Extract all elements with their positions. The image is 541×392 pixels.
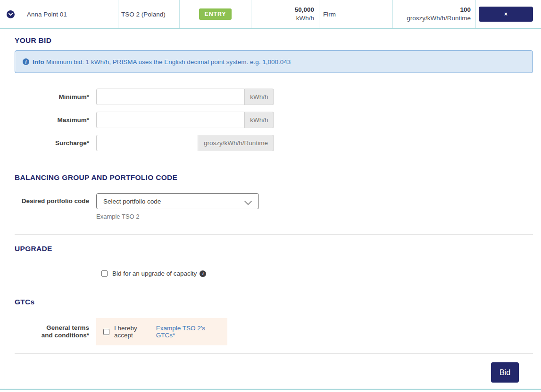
surcharge-unit-addon: groszy/kWh/h/Runtime [198, 135, 274, 151]
gtc-accept-text: I hereby accept [114, 325, 154, 339]
upgrade-heading: UPGRADE [15, 235, 533, 253]
maximum-unit-addon: kWh/h [244, 112, 274, 128]
row-toggle-cell[interactable] [0, 0, 21, 28]
gtc-accept-box: I hereby accept Example TSO 2's GTCs* [96, 318, 227, 345]
maximum-input[interactable] [96, 112, 244, 128]
price-cell: 100 groszy/kWh/h/Runtime [392, 0, 475, 28]
price-value: 100 [407, 6, 471, 14]
minimum-row: Minimum* kWh/h [15, 89, 533, 105]
gtc-label: General terms and conditions* [15, 324, 89, 339]
portfolio-select[interactable]: Select portfolio code [96, 193, 259, 209]
network-point-name: Anna Point 01 [21, 0, 118, 28]
gtc-row: General terms and conditions* I hereby a… [15, 318, 533, 345]
bid-detail-panel: YOUR BID Info Minimum bid: 1 kWh/h, PRIS… [5, 29, 541, 392]
portfolio-row: Desired portfolio code Select portfolio … [15, 193, 533, 209]
x-icon: × [504, 11, 508, 17]
capacity-cell: 50,000 kWh/h [251, 0, 319, 28]
minimum-unit-addon: kWh/h [244, 89, 274, 105]
tso-name: TSO 2 (Poland) [118, 0, 179, 28]
portfolio-label: Desired portfolio code [15, 197, 89, 205]
chevron-down-circle-icon[interactable] [7, 10, 15, 18]
portfolio-select-value: Select portfolio code [103, 198, 161, 205]
info-label: Info [33, 58, 44, 65]
section-divider [15, 353, 533, 354]
info-banner: Info Minimum bid: 1 kWh/h, PRISMA uses t… [15, 50, 533, 73]
info-text: Minimum bid: 1 kWh/h, PRISMA uses the En… [46, 58, 291, 65]
gtc-checkbox[interactable] [103, 329, 109, 335]
direction-cell: ENTRY [179, 0, 251, 28]
bid-summary-row: Anna Point 01 TSO 2 (Poland) ENTRY 50,00… [0, 0, 541, 29]
upgrade-checkbox-label: Bid for an upgrade of capacity [112, 270, 197, 277]
close-cell: × [475, 0, 541, 28]
entry-badge: ENTRY [199, 8, 232, 20]
info-icon[interactable] [200, 270, 206, 277]
your-bid-heading: YOUR BID [15, 29, 533, 45]
surcharge-label: Surcharge* [15, 139, 89, 147]
upgrade-checkbox-row: Bid for an upgrade of capacity [101, 270, 533, 277]
gtcs-heading: GTCs [15, 277, 533, 306]
minimum-label: Minimum* [15, 93, 89, 101]
price-unit: groszy/kWh/h/Runtime [407, 14, 471, 23]
surcharge-row: Surcharge* groszy/kWh/h/Runtime [15, 135, 533, 151]
gtc-link[interactable]: Example TSO 2's GTCs* [156, 325, 220, 339]
minimum-input[interactable] [96, 89, 244, 105]
bottom-accent-bar [0, 389, 541, 390]
maximum-row: Maximum* kWh/h [15, 112, 533, 128]
capacity-unit: kWh/h [295, 14, 314, 23]
upgrade-checkbox[interactable] [101, 270, 108, 277]
portfolio-heading: BALANCING GROUP AND PORTFOLIO CODE [15, 160, 533, 182]
footer-actions: Bid [15, 362, 533, 383]
surcharge-input[interactable] [96, 135, 198, 151]
capacity-value: 50,000 [295, 6, 314, 14]
portfolio-help-text: Example TSO 2 [96, 213, 533, 220]
bid-submit-button[interactable]: Bid [491, 362, 519, 383]
info-icon [23, 58, 29, 65]
maximum-label: Maximum* [15, 116, 89, 124]
capacity-quality: Firm [319, 0, 392, 28]
chevron-down-icon [244, 199, 252, 204]
remove-bid-button[interactable]: × [479, 7, 533, 22]
